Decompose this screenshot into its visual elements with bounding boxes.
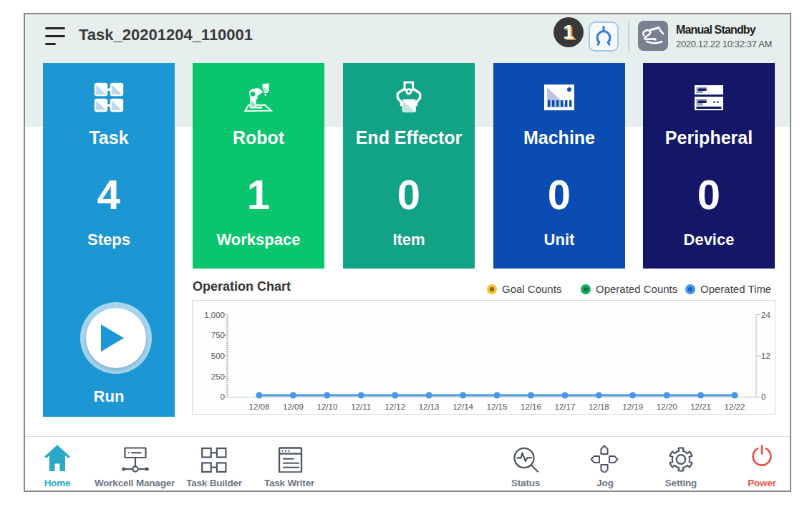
- svg-text:12/17: 12/17: [555, 402, 576, 411]
- svg-text:12/19: 12/19: [622, 402, 643, 411]
- svg-text:0: 0: [221, 392, 225, 401]
- svg-text:1,000: 1,000: [204, 311, 225, 319]
- svg-text:12: 12: [761, 352, 770, 360]
- svg-text:12/16: 12/16: [521, 402, 541, 411]
- svg-text:12/09: 12/09: [283, 402, 304, 411]
- svg-text:12/18: 12/18: [589, 402, 609, 411]
- svg-text:500: 500: [211, 352, 225, 360]
- svg-text:12/15: 12/15: [487, 402, 508, 411]
- svg-text:12/11: 12/11: [351, 402, 371, 411]
- svg-text:0: 0: [761, 392, 765, 401]
- svg-text:12/08: 12/08: [249, 402, 270, 411]
- svg-text:12/20: 12/20: [657, 402, 677, 411]
- svg-text:12/14: 12/14: [453, 402, 473, 411]
- svg-text:24: 24: [761, 311, 770, 319]
- svg-text:12/12: 12/12: [385, 402, 405, 411]
- svg-text:250: 250: [211, 372, 225, 381]
- svg-text:12/22: 12/22: [725, 402, 745, 411]
- svg-text:12/21: 12/21: [690, 402, 711, 411]
- svg-text:750: 750: [211, 331, 225, 339]
- svg-text:12/13: 12/13: [419, 402, 440, 411]
- svg-text:12/10: 12/10: [317, 402, 338, 411]
